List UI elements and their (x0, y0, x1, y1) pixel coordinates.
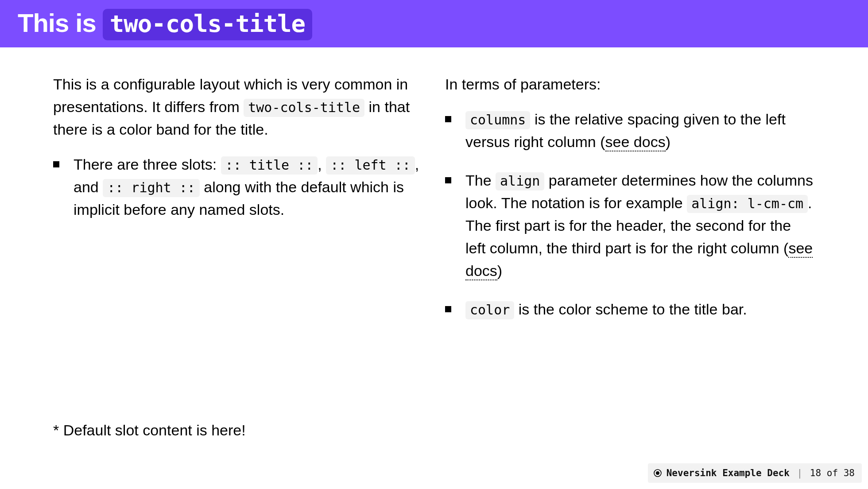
code-align-example: align: l-cm-cm (687, 195, 808, 213)
pager-position: 18 of 38 (810, 468, 855, 478)
left-intro-paragraph: This is a configurable layout which is v… (53, 73, 423, 141)
right-bullet-2: The align parameter determines how the c… (465, 169, 815, 282)
right-bullet-1: columns is the relative spacing given to… (465, 108, 815, 153)
code-slot-right: :: right :: (103, 179, 200, 197)
code-color: color (465, 301, 514, 319)
right-intro-paragraph: In terms of parameters: (445, 73, 815, 96)
left-bullet-list: There are three slots: :: title ::, :: l… (53, 153, 423, 221)
pager: Neversink Example Deck | 18 of 38 (648, 463, 862, 483)
title-prefix: This is (18, 8, 103, 37)
code-columns: columns (465, 111, 530, 129)
pager-separator: | (797, 468, 803, 478)
left-column: This is a configurable layout which is v… (53, 73, 423, 337)
code-two-cols-title: two-cols-title (244, 99, 364, 117)
code-slot-left: :: left :: (326, 156, 415, 175)
default-slot-footnote: * Default slot content is here! (53, 422, 246, 439)
target-icon (653, 469, 662, 477)
code-align: align (496, 172, 544, 190)
slide-body: This is a configurable layout which is v… (0, 47, 868, 337)
left-bullet-1: There are three slots: :: title ::, :: l… (74, 153, 423, 221)
pager-deck-name: Neversink Example Deck (666, 468, 790, 478)
right-bullet-3: color is the color scheme to the title b… (465, 298, 815, 321)
right-bullet-list: columns is the relative spacing given to… (445, 108, 815, 321)
svg-point-1 (656, 471, 659, 475)
slide-title-bar: This is two-cols-title (0, 0, 868, 47)
link-see-docs-1[interactable]: see docs (605, 133, 666, 151)
right-column: In terms of parameters: columns is the r… (445, 73, 815, 337)
code-slot-title: :: title :: (221, 156, 318, 175)
title-code: two-cols-title (103, 9, 312, 40)
